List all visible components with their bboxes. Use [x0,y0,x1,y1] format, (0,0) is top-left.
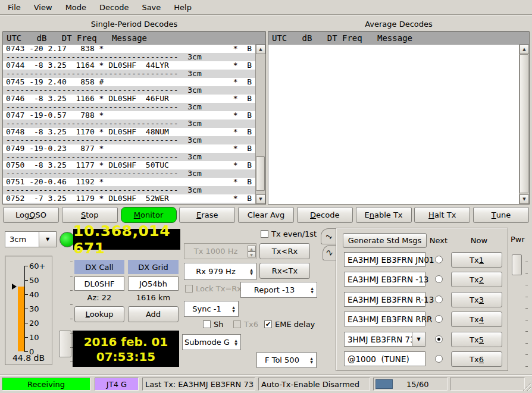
average-decode-list[interactable] [268,45,519,204]
tick-icon [70,276,73,276]
rx-lt-tx-button[interactable]: Rx<Tx [259,263,310,279]
tx-even-checkbox[interactable]: Tx even/1st [261,229,317,238]
frequency-display: 10.368,014 671 [73,229,180,250]
menu-decode[interactable]: Decode [93,1,135,14]
spinner-arrows-icon[interactable]: ▲▼ [247,268,256,275]
tx-message-field-2[interactable]: EA3HMJ EB3FRN -13 [344,272,425,287]
pwr-slider[interactable] [512,254,522,275]
next-radio-2[interactable] [435,275,443,283]
tx-message-field-6[interactable]: @1000 (TUNE) [344,351,425,366]
submode-spinner[interactable]: Submode G ▲▼ [182,334,241,350]
scroll-track[interactable] [520,54,529,194]
next-radio-5[interactable] [435,335,443,343]
decode-button[interactable]: Decode [297,207,353,223]
sync-spinner[interactable]: Sync -1 ▲▼ [184,301,239,317]
tx-freq-spinner: Tx 1000 Hz ▲▼ [184,243,256,259]
chevron-down-icon[interactable]: ▼ [39,231,57,247]
checkbox-checked-icon[interactable]: ✔ [264,320,272,328]
next-radio-1[interactable] [435,256,443,263]
decode-row[interactable]: 0749 -19-0.23 877 ** B [3,144,255,153]
scroll-down-icon[interactable]: ▼ [520,194,529,204]
clear-avg-button[interactable]: Clear Avg [238,207,294,223]
checkbox-icon[interactable] [203,320,211,328]
eme-delay-checkbox[interactable]: ✔ EME delay [264,320,315,329]
spinner-arrows-icon[interactable]: ▲▼ [307,357,316,364]
menu-save[interactable]: Save [135,1,167,14]
chevron-down-icon[interactable]: ▼ [412,332,425,346]
gain-slider[interactable] [59,331,71,357]
decode-row[interactable]: 0746 -8 3.25 1166 * DL0SHF 46FUR* B [3,95,255,103]
tick-icon [525,285,528,285]
scroll-up-icon[interactable]: ▲ [520,45,529,54]
scroll-up-icon[interactable]: ▲ [256,45,265,54]
band-value[interactable]: 3cm [5,231,39,247]
tx-3-button[interactable]: Tx 3 [451,292,502,307]
tx-lt-rx-button[interactable]: Tx<Rx [259,243,310,259]
lookup-button[interactable]: Lookup [74,306,124,322]
decode-row-flags: * B [233,45,255,53]
tx-6-button[interactable]: Tx 6 [451,351,502,367]
rx-freq-spinner[interactable]: Rx 979 Hz ▲▼ [184,263,256,280]
tx-5-button[interactable]: Tx 5 [451,332,502,347]
scroll-thumb[interactable] [256,156,265,191]
next-radio-3[interactable] [435,295,443,303]
tx-2-button[interactable]: Tx 2 [451,272,502,287]
avg-scrollbar[interactable]: ▲ ▼ [519,45,529,204]
tx-message-field-3[interactable]: EA3HMJ EB3FRN R-13 [344,292,425,307]
decode-row[interactable]: 0751 -20-0.46 1192 ** B [3,178,255,186]
menu-mode[interactable]: Mode [59,1,93,14]
generate-std-msgs-button[interactable]: Generate Std Msgs [343,233,427,248]
monitor-button[interactable]: Monitor [121,207,177,223]
dx-grid-field[interactable]: JO54bh [128,276,179,291]
decode-row[interactable]: 0748 -8 3.25 1170 * DL0SHF 48NUM* B [3,128,255,136]
erase-button[interactable]: Erase [179,207,235,223]
spinner-arrows-icon[interactable]: ▲▼ [229,306,238,313]
meter-tick-label: 50 [29,277,39,284]
next-radio-4[interactable] [435,315,443,323]
report-spinner[interactable]: Report -13 ▲▼ [240,282,317,298]
scroll-thumb[interactable] [520,54,528,193]
spinner-arrows-icon[interactable]: ▲▼ [308,287,317,294]
decode-list[interactable]: 0743 -20 2.17 838 ** B------------------… [3,45,255,204]
halt-tx-button[interactable]: Halt Tx [414,207,470,223]
tab-1[interactable]: 1 [321,228,336,244]
tx-message-text: EA3HMJ EB3FRN -13 [348,275,428,284]
tx-message-text: EA3HMJ EB3FRN JN01 [348,255,434,265]
tx-4-button[interactable]: Tx 4 [451,312,502,327]
enable-tx-button[interactable]: Enable Tx [356,207,412,223]
log-qso-button[interactable]: Log QSO [3,207,59,223]
decode-row[interactable]: 0745 -19 2.40 858 #* B [3,78,255,86]
ftol-spinner[interactable]: F Tol 500 ▲▼ [256,352,317,368]
tx-message-field-5[interactable]: 3HMJ EB3FRN 73▼ [344,332,425,347]
decode-row[interactable]: 0743 -20 2.17 838 ** B [3,45,255,53]
rx-status-badge: Receiving [2,378,90,391]
scroll-track[interactable] [256,54,265,194]
checkbox-icon [185,285,193,293]
now-column-label: Now [461,236,497,245]
menu-help[interactable]: Help [167,1,198,14]
menu-view[interactable]: View [27,1,59,14]
menu-file[interactable]: File [1,1,27,14]
tx-1-button[interactable]: Tx 1 [451,252,502,268]
stop-button[interactable]: Stop [62,207,118,223]
checkbox-icon[interactable] [261,230,268,238]
next-radio-6[interactable] [435,355,443,363]
decode-row[interactable]: 0744 -8 3.25 1164 * DL0SHF 44LYR* B [3,61,255,70]
tune-button[interactable]: Tune [473,207,529,223]
dx-call-field[interactable]: DL0SHF [74,276,124,291]
tx-message-field-1[interactable]: EA3HMJ EB3FRN JN01 [344,252,425,267]
sh-checkbox[interactable]: Sh [203,320,224,329]
tx-message-field-4[interactable]: EA3HMJ EB3FRN RRR [344,312,425,326]
tab-2[interactable]: 2 [323,245,336,260]
spinner-arrows-icon[interactable]: ▲▼ [231,339,240,346]
decode-row-text: 0750 -8 3.25 1177 * DL0SHF 50TUC [6,161,169,169]
decode-row[interactable]: 0752 -7 3.25 1179 * DL0SHF 52WER* B [3,194,255,203]
menu-bar: FileViewModeDecodeSaveHelp [0,0,532,15]
add-button[interactable]: Add [128,306,179,322]
decode-row-flags: * B [233,161,255,169]
decode-row[interactable]: 0750 -8 3.25 1177 * DL0SHF 50TUC* B [3,161,255,169]
band-selector[interactable]: 3cm ▼ [5,231,57,247]
decode-row[interactable]: 0747 -19-0.57 788 ** B [3,111,255,120]
scroll-down-icon[interactable]: ▼ [256,194,265,204]
decode-scrollbar[interactable]: ▲ ▼ [255,45,265,204]
